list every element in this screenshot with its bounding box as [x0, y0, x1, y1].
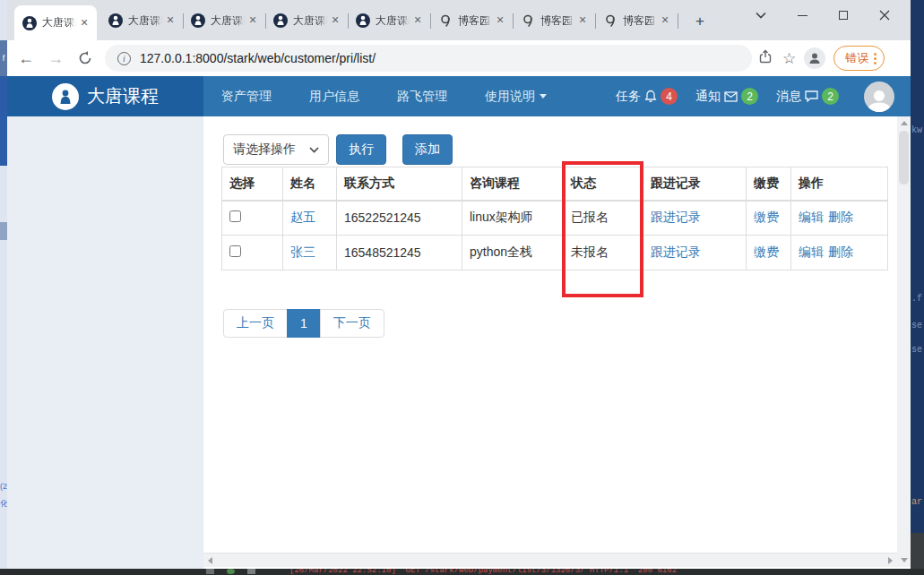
tab-close-icon[interactable]: × — [410, 13, 425, 28]
customer-course: linux架构师 — [462, 201, 564, 236]
action-select-value: 请选择操作 — [233, 142, 296, 158]
reload-icon[interactable] — [74, 47, 96, 69]
pagination-page-1[interactable]: 1 — [287, 309, 321, 338]
action-select[interactable]: 请选择操作 — [223, 134, 329, 165]
browser-window: 大唐课程 × 大唐课程 × 大唐课程 × 大唐课程 × — [7, 0, 911, 569]
customer-name-link[interactable]: 张三 — [290, 245, 315, 259]
col-header-pay: 缴费 — [747, 167, 791, 201]
tab-close-icon[interactable]: × — [575, 13, 590, 28]
url-box[interactable]: i 127.0.0.1:8000/stark/web/customer/pri/… — [105, 45, 752, 72]
chrome-error-menu-button[interactable]: 错误 — [833, 46, 885, 71]
messages-indicator[interactable]: 消息 2 — [776, 88, 839, 105]
right-edge-dark-block — [911, 569, 924, 575]
follow-record-link[interactable]: 跟进记录 — [651, 245, 701, 259]
pagination-prev[interactable]: 上一页 — [223, 309, 288, 338]
execute-button[interactable]: 执行 — [336, 134, 386, 165]
right-edge-code-fragment: se — [911, 321, 922, 330]
tasks-badge: 4 — [661, 88, 678, 105]
add-button[interactable]: 添加 — [402, 134, 453, 165]
right-edge-gray-block — [911, 533, 924, 569]
payment-link[interactable]: 缴费 — [754, 245, 779, 259]
notifications-indicator[interactable]: 通知 2 — [695, 88, 758, 105]
tab-title: 博客园 — [458, 13, 493, 29]
browser-tab[interactable]: 大唐课程 × — [265, 5, 348, 36]
right-edge-code-fragment: se — [911, 345, 922, 355]
datang-favicon — [356, 13, 370, 28]
edit-link[interactable]: 编辑 — [799, 210, 824, 224]
scroll-down-arrow[interactable] — [901, 558, 908, 562]
notifications-badge: 2 — [741, 88, 758, 105]
forward-icon: → — [45, 47, 66, 69]
table-row: 张三 16548521245 python全栈 未报名 跟进记录 缴费 编辑删除 — [222, 236, 888, 270]
share-icon[interactable] — [759, 49, 774, 68]
customer-name-link[interactable]: 赵五 — [290, 210, 315, 224]
maximize-button[interactable] — [823, 0, 864, 30]
browser-tab-active[interactable]: 大唐课程 × — [14, 5, 97, 40]
customer-status: 未报名 — [564, 236, 643, 270]
brand-block[interactable]: 大唐课程 — [7, 76, 203, 116]
col-header-ops: 操作 — [791, 167, 888, 201]
nav-item-luffy[interactable]: 路飞管理 — [397, 89, 447, 105]
main-nav: 资产管理 用户信息 路飞管理 使用说明 — [203, 76, 547, 116]
close-window-button[interactable] — [864, 0, 905, 30]
address-bar-right: ☆ 错误 — [759, 46, 885, 71]
table-row: 赵五 16522521245 linux架构师 已报名 跟进记录 缴费 编辑删除 — [222, 201, 888, 236]
nav-item-users[interactable]: 用户信息 — [309, 89, 359, 105]
row-select-checkbox[interactable] — [229, 210, 241, 222]
browser-tab[interactable]: 大唐课程 × — [100, 5, 183, 36]
messages-label: 消息 — [776, 89, 801, 105]
background-window-left-edge: f (2 化 — [0, 0, 7, 575]
url-text[interactable]: 127.0.0.1:8000/stark/web/customer/pri/li… — [140, 51, 376, 65]
terminal-tool-icon — [247, 569, 255, 574]
chat-bubble-icon — [805, 90, 818, 102]
left-edge-dark-block — [0, 569, 7, 575]
edit-link[interactable]: 编辑 — [799, 245, 824, 259]
sidebar-panel — [7, 116, 203, 569]
new-tab-button[interactable]: + — [690, 12, 710, 31]
browser-tab[interactable]: 大唐课程 × — [183, 5, 265, 36]
horizontal-scrollbar[interactable] — [203, 553, 897, 567]
pagination: 上一页 1 下一页 — [223, 309, 384, 338]
content-toolbar: 请选择操作 执行 添加 — [223, 134, 453, 165]
browser-tab[interactable]: 博客园 × — [513, 5, 595, 36]
tab-close-icon[interactable]: × — [246, 13, 260, 28]
pagination-next[interactable]: 下一页 — [320, 309, 384, 338]
delete-link[interactable]: 删除 — [828, 210, 853, 224]
delete-link[interactable]: 删除 — [828, 245, 853, 259]
payment-link[interactable]: 缴费 — [754, 210, 779, 224]
follow-record-link[interactable]: 跟进记录 — [651, 210, 701, 224]
vertical-scrollbar[interactable] — [897, 116, 911, 567]
scroll-right-arrow[interactable] — [888, 557, 893, 564]
tasks-indicator[interactable]: 任务 4 — [616, 88, 678, 105]
tab-close-icon[interactable]: × — [658, 13, 672, 28]
scroll-left-arrow[interactable] — [208, 557, 212, 564]
messages-badge: 2 — [822, 88, 839, 105]
error-label: 错误 — [845, 50, 868, 66]
tab-close-icon[interactable]: × — [77, 16, 91, 30]
minimize-button[interactable] — [782, 0, 823, 30]
background-terminal-strip: [26/Mar/2022 22:52:10] "GET /stark/web/p… — [7, 569, 911, 575]
datang-favicon — [22, 16, 37, 30]
nav-item-help-dropdown[interactable]: 使用说明 — [485, 89, 547, 105]
page-info-icon[interactable]: i — [117, 52, 131, 65]
browser-tab[interactable]: 博客园 × — [430, 5, 513, 36]
tab-close-icon[interactable]: × — [163, 13, 177, 28]
chevron-down-icon — [540, 94, 547, 99]
tab-bar: 大唐课程 × 大唐课程 × 大唐课程 × 大唐课程 × — [7, 0, 911, 40]
scroll-up-arrow[interactable] — [901, 121, 908, 125]
browser-profile-icon[interactable] — [804, 47, 825, 69]
browser-tab[interactable]: 大唐课程 × — [348, 5, 430, 36]
nav-item-assets[interactable]: 资产管理 — [221, 89, 272, 105]
browser-tab[interactable]: 博客园 × — [595, 5, 678, 36]
back-icon[interactable]: ← — [15, 47, 37, 69]
terminal-toolbar-icons — [206, 569, 255, 574]
tab-title: 大唐课程 — [42, 15, 77, 30]
tab-close-icon[interactable]: × — [328, 13, 342, 28]
bookmark-star-icon[interactable]: ☆ — [782, 49, 796, 68]
row-select-checkbox[interactable] — [229, 245, 241, 257]
user-avatar[interactable] — [864, 82, 894, 112]
vertical-scroll-thumb[interactable] — [899, 131, 909, 185]
tab-search-chevron-icon[interactable] — [740, 0, 782, 30]
blog-favicon — [603, 13, 617, 28]
tab-close-icon[interactable]: × — [493, 13, 507, 28]
